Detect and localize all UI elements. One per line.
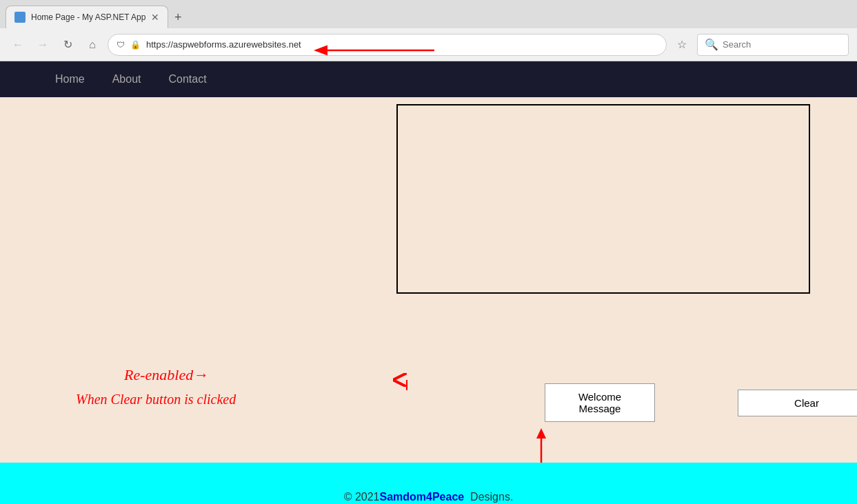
nav-about[interactable]: About bbox=[112, 73, 141, 85]
svg-marker-4 bbox=[536, 428, 546, 439]
search-icon: 🔍 bbox=[705, 38, 718, 51]
svg-text:When Clear button is clicked: When Clear button is clicked bbox=[76, 392, 236, 407]
address-bar-container: 🛡 🔒 bbox=[108, 34, 667, 56]
footer-text-end: Designs. bbox=[464, 491, 513, 503]
tab-bar: Home Page - My ASP.NET App ✕ + bbox=[0, 0, 857, 28]
refresh-button[interactable]: ↻ bbox=[58, 35, 77, 54]
forward-button[interactable]: → bbox=[33, 35, 52, 54]
lock-icon: 🔒 bbox=[130, 40, 141, 50]
tab-favicon bbox=[14, 12, 26, 23]
page-content: Re-enabled→ When Clear button is clicked… bbox=[0, 97, 857, 463]
svg-text:Re-enabled→: Re-enabled→ bbox=[123, 366, 208, 383]
browser-toolbar: ← → ↻ ⌂ 🛡 🔒 ☆ 🔍 bbox=[0, 28, 857, 61]
nav-home[interactable]: Home bbox=[55, 73, 85, 85]
buttons-row: Welcome Message Clear bbox=[269, 383, 857, 422]
clear-button[interactable]: Clear bbox=[738, 390, 857, 416]
shield-icon: 🛡 bbox=[117, 40, 125, 50]
site-nav: Home About Contact bbox=[0, 61, 857, 97]
tab-title: Home Page - My ASP.NET App bbox=[31, 12, 145, 22]
home-button[interactable]: ⌂ bbox=[83, 35, 102, 54]
active-tab[interactable]: Home Page - My ASP.NET App ✕ bbox=[6, 6, 168, 28]
address-input[interactable] bbox=[146, 39, 658, 50]
footer-text: © 2021 bbox=[344, 491, 380, 503]
welcome-message-button[interactable]: Welcome Message bbox=[545, 383, 655, 422]
back-button[interactable]: ← bbox=[8, 35, 28, 54]
bookmark-button[interactable]: ☆ bbox=[672, 35, 692, 54]
content-box bbox=[396, 104, 810, 294]
search-input[interactable] bbox=[723, 39, 841, 50]
site-footer: © 2021 Samdom4Peace Designs. bbox=[0, 463, 857, 504]
tab-close-button[interactable]: ✕ bbox=[151, 12, 159, 23]
nav-contact[interactable]: Contact bbox=[169, 73, 207, 85]
search-box-container: 🔍 bbox=[697, 34, 849, 56]
new-tab-button[interactable]: + bbox=[168, 8, 188, 27]
footer-link[interactable]: Samdom4Peace bbox=[379, 491, 464, 503]
